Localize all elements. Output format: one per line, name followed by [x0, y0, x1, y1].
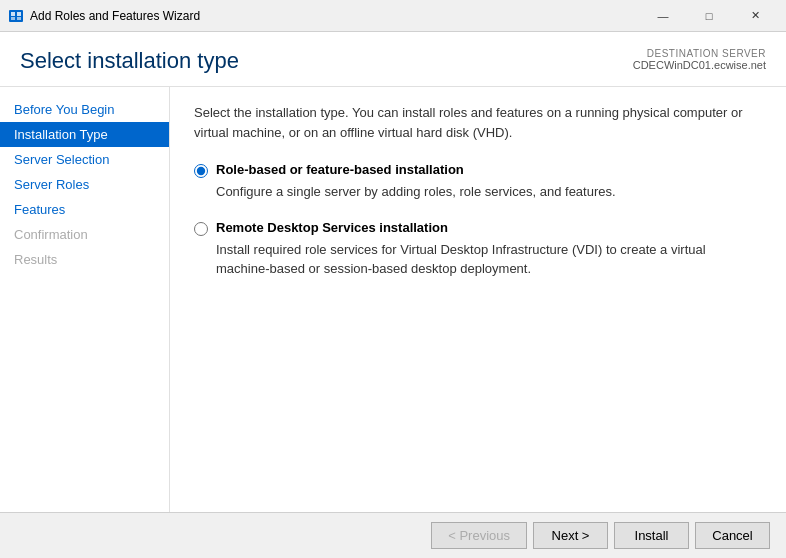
radio-role-based-label: Role-based or feature-based installation — [216, 162, 464, 177]
destination-server-info: DESTINATION SERVER CDECWinDC01.ecwise.ne… — [633, 48, 766, 71]
radio-role-based[interactable] — [194, 164, 208, 178]
sidebar-item-before-you-begin[interactable]: Before You Begin — [0, 97, 169, 122]
destination-server-value: CDECWinDC01.ecwise.net — [633, 59, 766, 71]
radio-role-based-description: Configure a single server by adding role… — [216, 182, 762, 202]
radio-remote-desktop-label: Remote Desktop Services installation — [216, 220, 448, 235]
svg-rect-4 — [17, 17, 21, 20]
sidebar-item-confirmation: Confirmation — [0, 222, 169, 247]
destination-server-label: DESTINATION SERVER — [633, 48, 766, 59]
radio-remote-desktop[interactable] — [194, 222, 208, 236]
radio-remote-desktop-description: Install required role services for Virtu… — [216, 240, 762, 279]
previous-button[interactable]: < Previous — [431, 522, 527, 549]
install-button[interactable]: Install — [614, 522, 689, 549]
option-role-based: Role-based or feature-based installation… — [194, 162, 762, 202]
sidebar-item-features[interactable]: Features — [0, 197, 169, 222]
sidebar: Before You Begin Installation Type Serve… — [0, 87, 170, 512]
sidebar-item-installation-type[interactable]: Installation Type — [0, 122, 169, 147]
svg-rect-2 — [17, 12, 21, 16]
minimize-button[interactable]: — — [640, 6, 686, 26]
svg-rect-3 — [11, 17, 15, 20]
close-button[interactable]: ✕ — [732, 6, 778, 26]
window-title: Add Roles and Features Wizard — [30, 9, 640, 23]
page-header: Select installation type DESTINATION SER… — [0, 32, 786, 87]
main-panel: Select the installation type. You can in… — [170, 87, 786, 512]
option-remote-desktop: Remote Desktop Services installation Ins… — [194, 220, 762, 279]
content-area: Before You Begin Installation Type Serve… — [0, 87, 786, 512]
svg-rect-1 — [11, 12, 15, 16]
footer: < Previous Next > Install Cancel — [0, 512, 786, 558]
maximize-button[interactable]: □ — [686, 6, 732, 26]
next-button[interactable]: Next > — [533, 522, 608, 549]
sidebar-item-server-selection[interactable]: Server Selection — [0, 147, 169, 172]
main-description: Select the installation type. You can in… — [194, 103, 762, 142]
title-bar: Add Roles and Features Wizard — □ ✕ — [0, 0, 786, 32]
sidebar-item-results: Results — [0, 247, 169, 272]
sidebar-item-server-roles[interactable]: Server Roles — [0, 172, 169, 197]
page-title: Select installation type — [20, 48, 239, 74]
window-controls: — □ ✕ — [640, 6, 778, 26]
cancel-button[interactable]: Cancel — [695, 522, 770, 549]
window-body: Select installation type DESTINATION SER… — [0, 32, 786, 558]
app-icon — [8, 8, 24, 24]
